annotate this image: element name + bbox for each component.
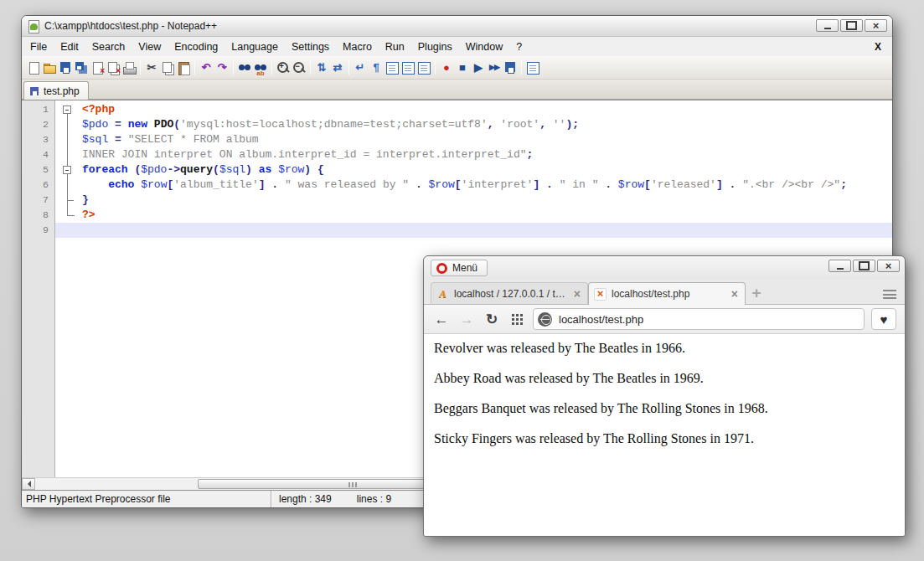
forward-button[interactable]: → bbox=[457, 312, 476, 327]
new-file-icon[interactable] bbox=[26, 60, 41, 75]
menu-plugins[interactable]: Plugins bbox=[411, 39, 459, 55]
close-button[interactable] bbox=[877, 260, 900, 272]
code-segment: <?php bbox=[82, 103, 115, 116]
menu-search[interactable]: Search bbox=[85, 39, 132, 55]
code-text[interactable]: foreach ($pdo->query($sql) as $row) { bbox=[80, 162, 892, 178]
code-line: INNER JOIN interpret ON album.interpret_… bbox=[55, 147, 892, 162]
xampp-favicon bbox=[594, 288, 607, 301]
code-text[interactable]: } bbox=[80, 193, 892, 208]
speed-dial-icon[interactable] bbox=[508, 311, 526, 327]
menu-file[interactable]: File bbox=[23, 39, 54, 55]
code-text[interactable]: ?> bbox=[80, 208, 892, 223]
minimize-button[interactable] bbox=[816, 19, 839, 32]
show-all-characters-icon[interactable]: ¶ bbox=[369, 60, 384, 75]
code-segment: -> bbox=[167, 163, 180, 176]
maximize-button[interactable] bbox=[853, 260, 875, 272]
notepadpp-icon bbox=[27, 20, 39, 33]
code-segment: ) { bbox=[304, 163, 323, 176]
undo-icon[interactable]: ↶ bbox=[199, 60, 214, 75]
fold-toggle-icon[interactable] bbox=[63, 166, 71, 174]
find-icon[interactable] bbox=[237, 60, 252, 75]
maximize-button[interactable] bbox=[840, 19, 863, 32]
code-text[interactable]: INNER JOIN interpret ON album.interpret_… bbox=[80, 147, 892, 162]
paste-icon[interactable] bbox=[176, 60, 191, 75]
close-all-icon[interactable]: × bbox=[106, 60, 121, 75]
window-title: C:\xampp\htdocs\test.php - Notepad++ bbox=[44, 20, 217, 32]
menu-help[interactable]: ? bbox=[509, 39, 529, 55]
close-icon[interactable]: × bbox=[90, 60, 105, 75]
function-list-icon[interactable] bbox=[416, 60, 431, 75]
sync-vertical-scrolling-icon[interactable]: ⇅ bbox=[314, 60, 329, 75]
fold-margin-cell bbox=[55, 132, 80, 147]
line-number: 2 bbox=[22, 117, 49, 132]
menu-settings[interactable]: Settings bbox=[285, 39, 336, 55]
code-text[interactable]: $pdo = new PDO('mysql:host=localhost;dbn… bbox=[80, 117, 892, 132]
code-segment: ( bbox=[213, 163, 219, 176]
code-segment: "SELECT * FROM album bbox=[128, 133, 259, 146]
code-segment: $sql bbox=[219, 163, 245, 176]
menu-macro[interactable]: Macro bbox=[336, 39, 379, 55]
code-text[interactable]: <?php bbox=[80, 102, 892, 117]
menu-encoding[interactable]: Encoding bbox=[168, 39, 225, 55]
scroll-left-arrow[interactable] bbox=[22, 478, 35, 490]
line-number-gutter[interactable]: 123456789 bbox=[22, 100, 55, 477]
menu-language[interactable]: Language bbox=[225, 39, 285, 55]
show-indent-guide-icon[interactable] bbox=[385, 60, 400, 75]
tab-close-icon[interactable]: × bbox=[730, 287, 740, 301]
code-segment: $row bbox=[141, 178, 167, 191]
code-text[interactable]: echo $row['album_title'] . " was release… bbox=[80, 178, 892, 193]
save-icon[interactable] bbox=[58, 60, 73, 75]
print-icon[interactable] bbox=[121, 60, 137, 75]
run-macro-multiple-times-icon[interactable]: ▶▶ bbox=[487, 60, 502, 75]
site-globe-icon[interactable] bbox=[538, 312, 552, 327]
tab-close-icon[interactable]: × bbox=[572, 287, 582, 301]
playback-macro-icon[interactable]: ▶ bbox=[471, 60, 486, 75]
status-doc-type: PHP Hypertext Preprocessor file bbox=[22, 491, 271, 507]
code-text[interactable] bbox=[80, 223, 892, 238]
word-wrap-icon[interactable]: ↵ bbox=[353, 60, 368, 75]
minimize-button[interactable] bbox=[829, 260, 851, 272]
menu-window[interactable]: Window bbox=[459, 39, 509, 55]
back-button[interactable]: ← bbox=[432, 312, 451, 327]
tab-menu-icon[interactable] bbox=[883, 290, 896, 299]
new-tab-button[interactable]: + bbox=[746, 282, 767, 304]
menu-edit[interactable]: Edit bbox=[54, 39, 85, 55]
notepad-title-bar[interactable]: C:\xampp\htdocs\test.php - Notepad++ bbox=[22, 16, 892, 37]
zoom-out-icon[interactable]: − bbox=[292, 60, 307, 75]
code-segment: " was released by " bbox=[285, 178, 409, 191]
reload-button[interactable]: ↻ bbox=[483, 312, 501, 327]
zoom-in-icon[interactable]: + bbox=[276, 60, 291, 75]
replace-icon[interactable]: ab bbox=[253, 60, 268, 75]
opera-menu-button[interactable]: Menü bbox=[431, 260, 488, 276]
code-text[interactable]: $sql = "SELECT * FROM album bbox=[80, 132, 892, 147]
save-recorded-macro-icon[interactable] bbox=[503, 60, 518, 75]
document-tab-testphp[interactable]: test.php bbox=[23, 81, 89, 100]
phpmyadmin-favicon bbox=[436, 287, 449, 300]
browser-tab-active[interactable]: localhost/test.php× bbox=[588, 282, 746, 305]
plugin-mime-tools-icon[interactable] bbox=[525, 60, 540, 75]
start-recording-icon[interactable]: ● bbox=[439, 60, 454, 75]
fold-margin-cell bbox=[55, 193, 80, 208]
code-segment: $row bbox=[278, 163, 304, 176]
line-number: 5 bbox=[22, 162, 49, 178]
close-button[interactable] bbox=[865, 19, 887, 32]
menu-view[interactable]: View bbox=[132, 39, 168, 55]
code-segment: foreach bbox=[82, 163, 128, 176]
open-file-icon[interactable] bbox=[42, 60, 57, 75]
stop-recording-icon[interactable]: ■ bbox=[455, 60, 470, 75]
cut-icon[interactable]: ✂ bbox=[144, 60, 159, 75]
menu-run[interactable]: Run bbox=[379, 39, 411, 55]
browser-tab-inactive[interactable]: localhost / 127.0.0.1 / test× bbox=[431, 282, 588, 304]
document-map-icon[interactable] bbox=[400, 60, 416, 75]
bookmark-heart-button[interactable]: ♥ bbox=[871, 308, 896, 330]
save-all-icon[interactable] bbox=[74, 60, 89, 75]
copy-icon[interactable] bbox=[160, 60, 175, 75]
menu-close-x[interactable]: X bbox=[865, 41, 890, 53]
address-bar[interactable]: localhost/test.php bbox=[533, 308, 865, 330]
fold-toggle-icon[interactable] bbox=[63, 106, 71, 114]
tab-label: localhost/test.php bbox=[612, 288, 725, 300]
output-line: Beggars Banquet was released by The Roll… bbox=[434, 401, 895, 415]
redo-icon[interactable]: ↷ bbox=[214, 60, 230, 75]
opera-title-bar[interactable]: Menü bbox=[424, 256, 905, 280]
sync-horizontal-scrolling-icon[interactable]: ⇄ bbox=[330, 60, 345, 75]
